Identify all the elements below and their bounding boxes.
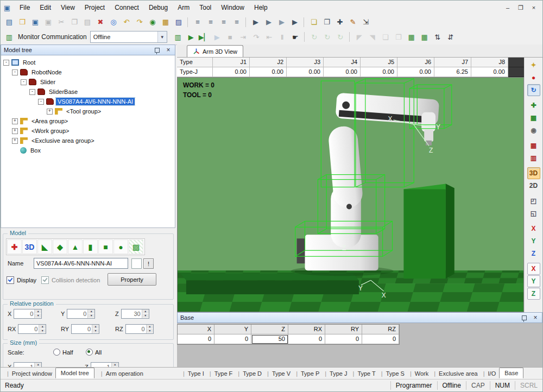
axis-x-neg-view-icon[interactable]: X <box>527 263 540 275</box>
monitor-log-icon[interactable]: ▥ <box>172 31 184 43</box>
menu-item[interactable]: Edit <box>35 2 56 14</box>
panel-tab[interactable]: Model tree <box>55 368 94 378</box>
front-view-icon[interactable]: ◱ <box>527 207 540 219</box>
robot-pose-icon[interactable]: ✦ <box>527 59 540 71</box>
tree-node[interactable]: + <Tool group> <box>1 106 175 116</box>
tree-node-label[interactable]: <Tool group> <box>65 108 103 115</box>
view-2d-icon[interactable]: 2D <box>527 180 540 192</box>
step-over-icon[interactable]: ↷ <box>250 31 262 43</box>
new-window-icon[interactable]: ❏ <box>308 16 320 28</box>
tree-node-label[interactable]: <Exclusive area group> <box>30 137 96 144</box>
base-value-cell[interactable]: 50 <box>251 334 288 344</box>
rz-spinner[interactable]: 0▴▾ <box>125 324 154 334</box>
add-model-icon[interactable]: ✚ <box>7 239 22 254</box>
model-name-input[interactable] <box>34 258 128 269</box>
tree-expander-icon[interactable]: - <box>29 89 35 95</box>
menu-item[interactable]: Project <box>80 2 110 14</box>
toolbar-icon[interactable] <box>304 32 306 42</box>
scale-half-radio[interactable]: Half <box>53 349 73 356</box>
joint-value-cell[interactable]: 0.00 <box>250 67 287 77</box>
tree-expander-icon[interactable]: + <box>12 138 18 144</box>
perspective-view-icon[interactable]: ◰ <box>527 195 540 207</box>
reload-icon[interactable]: ↻ <box>334 31 346 43</box>
measure-tool-icon[interactable]: ⇲ <box>360 16 372 28</box>
delete-icon[interactable]: ✖ <box>94 16 106 28</box>
copy-icon[interactable]: ❐ <box>68 16 80 28</box>
spinner-buttons[interactable]: ▴▾ <box>146 325 153 333</box>
sync-icon[interactable]: ↻ <box>308 31 320 43</box>
joint-value-cell[interactable]: 0.00 <box>213 67 250 77</box>
rz-value[interactable]: 0 <box>126 325 146 333</box>
tree-expander-icon[interactable]: + <box>12 128 18 134</box>
checkbox-icon[interactable] <box>7 276 14 284</box>
axis-z-neg-view-icon[interactable]: Z <box>527 288 540 300</box>
z-value[interactable]: 30 <box>122 309 142 318</box>
tree-node[interactable]: - Slider <box>1 77 175 87</box>
joint-value-cell[interactable]: 6.25 <box>434 67 471 77</box>
coordinate-tab[interactable]: Work <box>406 369 430 378</box>
menu-item[interactable]: Connect <box>110 2 144 14</box>
tree-node[interactable]: - Root <box>1 58 175 67</box>
axis-x-view-icon[interactable]: X <box>527 223 540 235</box>
sync-all-icon[interactable]: ↻ <box>321 31 333 43</box>
tree-expander-icon[interactable]: - <box>3 60 9 66</box>
chevron-down-icon[interactable]: ▼ <box>157 31 167 42</box>
cut-icon[interactable]: ✂ <box>55 16 67 28</box>
axis-y-view-icon[interactable]: Y <box>527 235 540 247</box>
monitor-communication-icon[interactable]: ▥ <box>3 31 15 43</box>
warning-button[interactable]: ! <box>143 258 154 269</box>
refresh-view-icon[interactable]: ↻ <box>527 84 540 96</box>
shape-cylinder-icon[interactable]: ▮ <box>83 239 98 254</box>
find-icon[interactable]: ◎ <box>108 16 119 28</box>
indent-icon[interactable]: ≡ <box>218 16 230 28</box>
model-3d-icon[interactable]: 3D <box>22 239 37 254</box>
arm-display-icon[interactable]: ✚ <box>527 99 540 111</box>
tab-arm-3d-view[interactable]: Arm 3D View <box>187 45 243 57</box>
joint-value-cell[interactable]: 0.00 <box>397 67 434 77</box>
restore-button[interactable]: ❐ <box>514 3 527 12</box>
coordinate-tab[interactable]: Type P <box>292 369 320 378</box>
spinner-buttons[interactable]: ▴▾ <box>39 325 46 333</box>
rx-value[interactable]: 0 <box>18 325 39 333</box>
property-button[interactable]: Property <box>108 273 156 286</box>
y-position-spinner[interactable]: 0▴▾ <box>67 309 95 319</box>
shape-cone-icon[interactable]: ▲ <box>68 239 83 254</box>
save-project-icon[interactable]: ▣ <box>29 16 41 28</box>
align-left-icon[interactable]: ≡ <box>192 16 204 28</box>
pin-icon[interactable] <box>522 315 527 320</box>
base-value-cell[interactable]: 0 <box>325 334 362 344</box>
close-button[interactable]: × <box>527 3 540 12</box>
io-monitor-icon[interactable]: ▦ <box>406 31 418 43</box>
pen-tool-icon[interactable]: ✎ <box>347 16 359 28</box>
tree-node-label[interactable]: VS087A4-AV6-NNN-NNN-AI <box>56 98 135 105</box>
tree-expander-icon[interactable]: - <box>38 99 44 105</box>
menu-item[interactable]: Window <box>216 2 249 14</box>
tree-node[interactable]: Box <box>1 146 175 155</box>
workpiece-grid-icon[interactable]: ▦ <box>527 140 540 151</box>
toolbar-icon[interactable] <box>304 17 305 27</box>
play-alt-icon[interactable]: ▶ <box>211 31 223 43</box>
paste-icon[interactable]: ▤ <box>81 16 93 28</box>
report-icon[interactable]: ▦ <box>160 16 172 28</box>
pin-icon[interactable] <box>155 48 160 53</box>
coordinate-tab[interactable]: Type J <box>320 369 348 378</box>
camera-capture-icon[interactable]: ◉ <box>527 124 540 136</box>
menu-item[interactable]: View <box>56 2 80 14</box>
joint-value-cell[interactable]: 0.00 <box>361 67 397 77</box>
select-tool-icon[interactable]: ✚ <box>334 16 346 28</box>
shape-box-icon[interactable]: ■ <box>98 239 113 254</box>
coordinate-tab[interactable]: Type T <box>349 369 377 378</box>
checkbox-icon[interactable] <box>41 276 49 284</box>
axis-y-neg-view-icon[interactable]: Y <box>527 275 540 287</box>
tree-node-label[interactable]: <Area group> <box>30 117 70 125</box>
menu-item[interactable]: Help <box>249 2 273 14</box>
coordinate-tab[interactable]: Type D <box>233 369 263 378</box>
arm-3d-viewport[interactable]: WORK = 0 TOOL = 0 X Y Z Z Y X <box>177 77 524 312</box>
undo-icon[interactable]: ↶ <box>121 16 132 28</box>
tile-windows-icon[interactable]: ❏ <box>380 31 392 43</box>
tree-node[interactable]: - VS087A4-AV6-NNN-NNN-AI <box>1 97 175 106</box>
base-value-cell[interactable]: 0 <box>362 334 399 344</box>
tree-node-label[interactable]: Box <box>29 147 42 154</box>
sort-desc-icon[interactable]: ⇵ <box>445 31 457 43</box>
x-position-spinner[interactable]: 0▴▾ <box>14 309 42 319</box>
